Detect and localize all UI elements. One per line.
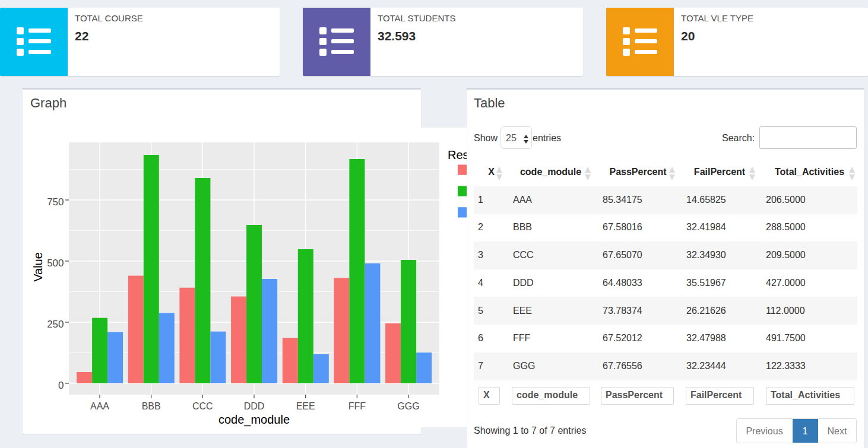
svg-text:DDD: DDD [244,401,265,411]
svg-text:code_module: code_module [218,413,290,427]
svg-text:EEE: EEE [296,401,315,411]
svg-text:250: 250 [47,319,64,330]
svg-text:GGG: GGG [397,401,419,411]
svg-text:Value: Value [31,252,45,282]
svg-text:Result: Result [448,148,469,161]
svg-text:AAA: AAA [90,401,109,411]
svg-text:750: 750 [47,196,64,208]
svg-text:500: 500 [47,258,64,269]
svg-text:0: 0 [58,380,64,391]
svg-text:BBB: BBB [142,401,161,411]
svg-text:CCC: CCC [192,401,213,411]
svg-text:FFF: FFF [349,401,366,411]
